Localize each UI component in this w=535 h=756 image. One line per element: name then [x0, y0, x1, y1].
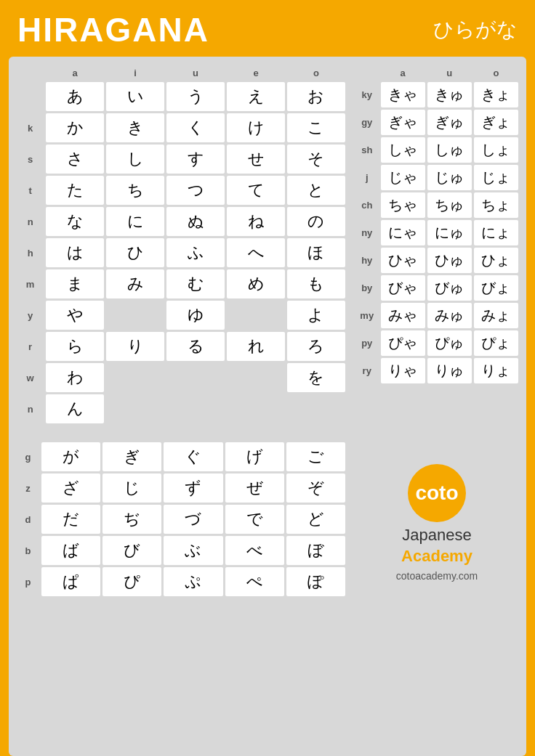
consonant-label: t: [17, 176, 44, 205]
kana-cell: か: [46, 113, 104, 142]
table-row: gがぎぐげご: [17, 442, 345, 471]
main-table-body: あいうえおkかきくけこsさしすせそtたちつてとnなにぬねのhはひふへほmまみむめ…: [17, 82, 345, 423]
kana-cell: す: [166, 145, 225, 174]
table-row: nyにゃにゅにょ: [355, 220, 518, 245]
page-title: HIRAGANA: [17, 10, 209, 49]
kana-cell: め: [227, 269, 285, 298]
kana-cell: び: [102, 536, 161, 565]
kana-cell: く: [166, 113, 225, 142]
kana-cell: [166, 363, 225, 392]
consonant-label: ch: [355, 192, 379, 218]
kana-cell: しゃ: [381, 137, 425, 163]
kana-cell: [106, 363, 164, 392]
consonant-label: r: [17, 332, 44, 361]
kana-cell: け: [227, 113, 285, 142]
academy-line1: Japanese: [402, 526, 471, 544]
combo-vowel-o: o: [474, 66, 518, 80]
combo-vowel-u: u: [427, 66, 472, 80]
kana-cell: ぎ: [102, 442, 161, 471]
kana-cell: ぺ: [225, 567, 284, 596]
kana-cell: は: [46, 238, 104, 267]
vowel-header-row: a i u e o: [17, 66, 345, 80]
bottom-section: gがぎぐげごzざじずぜぞdだぢづでどbばびぶべぼpぱぴぷぺぽ coto Japa…: [15, 440, 520, 598]
left-table: a i u e o あいうえおkかきくけこsさしすせそtたちつてとnなにぬねのh…: [15, 64, 347, 426]
kana-cell: ぼ: [286, 536, 345, 565]
main-content: a i u e o あいうえおkかきくけこsさしすせそtたちつてとnなにぬねのh…: [9, 57, 526, 756]
vowel-u: u: [166, 66, 225, 80]
main-hiragana-table: a i u e o あいうえおkかきくけこsさしすせそtたちつてとnなにぬねのh…: [15, 64, 347, 426]
kana-cell: れ: [227, 332, 285, 361]
consonant-label: s: [17, 145, 44, 174]
kana-cell: さ: [46, 145, 104, 174]
logo-text: coto: [415, 481, 458, 505]
kana-cell: きょ: [474, 82, 518, 107]
kana-cell: にゃ: [381, 220, 425, 245]
kana-cell: しゅ: [427, 137, 472, 163]
logo-section: coto Japanese Academy cotoacademy.com: [353, 440, 520, 598]
kana-cell: [287, 394, 345, 423]
kana-cell: [227, 363, 285, 392]
kana-cell: ぎゃ: [381, 110, 425, 135]
table-row: nなにぬねの: [17, 207, 345, 236]
table-row: あいうえお: [17, 82, 345, 111]
combination-hiragana-table: a u o kyきゃきゅきょgyぎゃぎゅぎょshしゃしゅしょjじゃじゅじょchち…: [353, 64, 520, 386]
consonant-label: gy: [355, 110, 379, 135]
kana-cell: みゅ: [427, 303, 472, 328]
right-table: a u o kyきゃきゅきょgyぎゃぎゅぎょshしゃしゅしょjじゃじゅじょchち…: [353, 64, 520, 426]
kana-cell: ご: [286, 442, 345, 471]
kana-cell: ぐ: [164, 442, 222, 471]
kana-cell: ひゅ: [427, 248, 472, 273]
kana-cell: [106, 394, 164, 423]
kana-cell: な: [46, 207, 104, 236]
kana-cell: ひ: [106, 238, 164, 267]
kana-cell: え: [227, 82, 285, 111]
table-row: mまみむめも: [17, 269, 345, 298]
table-row: kyきゃきゅきょ: [355, 82, 518, 107]
kana-cell: む: [166, 269, 225, 298]
kana-cell: じゅ: [427, 165, 472, 190]
kana-cell: じょ: [474, 165, 518, 190]
kana-cell: ら: [46, 332, 104, 361]
kana-cell: [166, 394, 225, 423]
kana-cell: にゅ: [427, 220, 472, 245]
kana-cell: て: [227, 176, 285, 205]
dakuten-table-body: gがぎぐげごzざじずぜぞdだぢづでどbばびぶべぼpぱぴぷぺぽ: [17, 442, 345, 596]
kana-cell: ぜ: [225, 473, 284, 503]
coto-logo: coto: [408, 464, 466, 522]
table-row: byびゃびゅびょ: [355, 275, 518, 301]
kana-cell: る: [166, 332, 225, 361]
kana-cell: びょ: [474, 275, 518, 301]
kana-cell: が: [41, 442, 100, 471]
kana-cell: りょ: [474, 358, 518, 383]
kana-cell: ん: [46, 394, 104, 423]
kana-cell: し: [106, 145, 164, 174]
kana-cell: げ: [225, 442, 284, 471]
kana-cell: きゃ: [381, 82, 425, 107]
table-row: pぱぴぷぺぽ: [17, 567, 345, 596]
consonant-label: sh: [355, 137, 379, 163]
kana-cell: あ: [46, 82, 104, 111]
consonant-label: my: [355, 303, 379, 328]
table-row: hyひゃひゅひょ: [355, 248, 518, 273]
kana-cell: の: [287, 207, 345, 236]
kana-cell: ぶ: [164, 536, 222, 565]
top-section: a i u e o あいうえおkかきくけこsさしすせそtたちつてとnなにぬねのh…: [15, 64, 520, 426]
kana-cell: に: [106, 207, 164, 236]
table-row: chちゃちゅちょ: [355, 192, 518, 218]
consonant-label: m: [17, 269, 44, 298]
table-row: myみゃみゅみょ: [355, 303, 518, 328]
consonant-label: z: [17, 473, 39, 503]
consonant-label: by: [355, 275, 379, 301]
separator: [15, 430, 520, 436]
vowel-a: a: [46, 66, 104, 80]
kana-cell: づ: [164, 505, 222, 534]
kana-cell: ぬ: [166, 207, 225, 236]
kana-cell: ず: [164, 473, 222, 503]
table-row: pyぴゃぴゅぴょ: [355, 330, 518, 356]
kana-cell: と: [287, 176, 345, 205]
consonant-label: [17, 82, 44, 111]
table-row: jじゃじゅじょ: [355, 165, 518, 190]
kana-cell: じゃ: [381, 165, 425, 190]
combo-vowel-a: a: [381, 66, 425, 80]
kana-cell: よ: [287, 301, 345, 330]
